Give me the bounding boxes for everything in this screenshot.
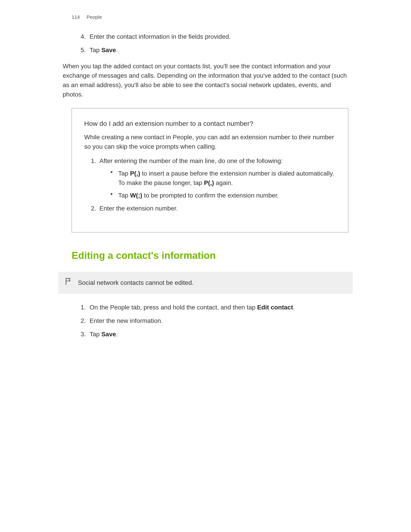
list-item: 4. Enter the contact information in the … bbox=[81, 32, 348, 41]
step-bold: Edit contact bbox=[257, 304, 293, 311]
document-page: 114 People 4. Enter the contact informat… bbox=[0, 0, 411, 356]
numbered-list-steps: 1. On the People tab, press and hold the… bbox=[63, 303, 348, 339]
list-text-after: . bbox=[116, 47, 118, 54]
list-text: Enter the extension number. bbox=[99, 205, 178, 212]
bullet-list: Tap P(,) to insert a pause before the ex… bbox=[99, 169, 336, 200]
numbered-list-top: 4. Enter the contact information in the … bbox=[63, 32, 348, 55]
list-text: After entering the number of the main li… bbox=[99, 157, 283, 164]
list-number: 4. bbox=[81, 32, 86, 41]
list-item: 3. Tap Save. bbox=[81, 330, 348, 339]
page-header: 114 People bbox=[63, 13, 348, 21]
list-text: Enter the contact information in the fie… bbox=[90, 33, 231, 40]
step-text-2: . bbox=[293, 304, 295, 311]
list-number: 2. bbox=[91, 204, 96, 213]
list-item: 1. After entering the number of the main… bbox=[91, 156, 336, 200]
box-paragraph: While creating a new contact in People, … bbox=[84, 133, 336, 151]
list-text-bold: Save bbox=[101, 47, 116, 54]
list-number: 3. bbox=[81, 330, 86, 339]
bullet-text-1: Tap bbox=[118, 170, 130, 177]
step-text-1: Tap bbox=[90, 331, 101, 338]
list-text-before: Tap bbox=[90, 47, 101, 54]
bullet-bold-1: W(;) bbox=[130, 192, 142, 199]
page-number: 114 bbox=[72, 13, 80, 21]
list-item: 5. Tap Save. bbox=[81, 46, 348, 55]
step-text-1: On the People tab, press and hold the co… bbox=[90, 304, 257, 311]
bullet-bold-2: P(,) bbox=[204, 179, 214, 186]
bullet-bold-1: P(,) bbox=[130, 170, 140, 177]
box-numbered-list: 1. After entering the number of the main… bbox=[84, 156, 336, 213]
flag-icon bbox=[58, 277, 71, 288]
step-bold: Save bbox=[101, 331, 116, 338]
bullet-text-1: Tap bbox=[118, 192, 130, 199]
info-box: How do I add an extension number to a co… bbox=[72, 108, 348, 232]
step-text-2: . bbox=[116, 331, 118, 338]
list-number: 5. bbox=[81, 46, 86, 55]
list-number: 1. bbox=[91, 156, 96, 166]
section-heading: Editing a contact's information bbox=[63, 248, 348, 263]
note-bar: Social network contacts cannot be edited… bbox=[58, 272, 353, 294]
list-item: 1. On the People tab, press and hold the… bbox=[81, 303, 348, 312]
bullet-text-2: to be prompted to confirm the extension … bbox=[142, 192, 279, 199]
step-text: Enter the new information. bbox=[90, 317, 163, 324]
list-item: 2. Enter the extension number. bbox=[91, 204, 336, 213]
list-number: 2. bbox=[81, 316, 86, 326]
note-text: Social network contacts cannot be edited… bbox=[78, 278, 194, 287]
bullet-item: Tap W(;) to be prompted to confirm the e… bbox=[111, 191, 336, 200]
box-title: How do I add an extension number to a co… bbox=[84, 118, 336, 129]
bullet-item: Tap P(,) to insert a pause before the ex… bbox=[111, 169, 336, 188]
list-number: 1. bbox=[81, 303, 86, 312]
section-name: People bbox=[87, 13, 102, 21]
intro-paragraph: When you tap the added contact on your c… bbox=[63, 62, 348, 99]
bullet-text-3: again. bbox=[214, 179, 233, 186]
list-item: 2. Enter the new information. bbox=[81, 316, 348, 326]
